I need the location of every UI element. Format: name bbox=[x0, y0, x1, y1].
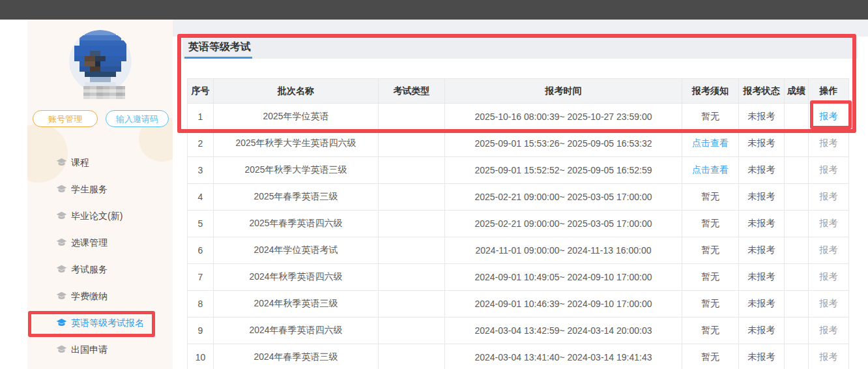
register-button: 报考 bbox=[809, 264, 849, 291]
register-button-text: 报考 bbox=[820, 244, 838, 255]
sidebar-item-0[interactable]: 课程 bbox=[27, 149, 173, 176]
register-button-text: 报考 bbox=[820, 164, 838, 175]
cell-index: 10 bbox=[188, 344, 214, 369]
cell-batch-name: 2024年学位英语考试 bbox=[214, 237, 379, 264]
cell-batch-name: 2025年秋季大学生英语四六级 bbox=[214, 130, 379, 157]
sidebar-item-2[interactable]: 毕业论文(新) bbox=[27, 203, 173, 229]
table-row: 12025年学位英语2025-10-16 08:00:39~ 2025-10-2… bbox=[188, 104, 849, 130]
cell-batch-name-text: 2024年秋季英语四六级 bbox=[249, 271, 342, 282]
graduation-cap-icon bbox=[56, 264, 67, 275]
table-row: 22025年秋季大学生英语四六级2025-09-01 15:53:26~ 202… bbox=[188, 130, 849, 157]
table-row: 102024年春季英语三级2024-03-04 13:41:40~ 2024-0… bbox=[188, 344, 849, 369]
cell-register-time: 2025-09-01 15:52:52~ 2025-09-05 16:52:59 bbox=[445, 157, 682, 184]
cell-register-time-text: 2024-03-04 13:41:40~ 2024-03-14 19:41:43 bbox=[474, 352, 652, 362]
cell-register-status-text: 未报考 bbox=[748, 271, 775, 282]
column-header: 批次名称 bbox=[214, 79, 379, 104]
cell-notice-text: 暂无 bbox=[701, 111, 719, 121]
register-button-text[interactable]: 报考 bbox=[820, 111, 838, 121]
register-button-text: 报考 bbox=[820, 138, 838, 148]
cell-register-status: 未报考 bbox=[739, 237, 785, 264]
cell-notice-text: 暂无 bbox=[701, 325, 719, 335]
cell-register-status: 未报考 bbox=[739, 344, 785, 369]
cell-notice: 暂无 bbox=[682, 104, 739, 130]
cell-notice-text: 暂无 bbox=[701, 271, 719, 282]
table-row: 42025年春季英语三级2025-02-21 09:00:00~ 2025-03… bbox=[188, 184, 849, 211]
cell-index-text: 7 bbox=[198, 272, 203, 282]
cell-exam-type bbox=[379, 157, 445, 184]
sidebar-item-label: 毕业论文(新) bbox=[71, 211, 123, 222]
cell-batch-name: 2024年春季英语三级 bbox=[214, 344, 379, 369]
table-row: 92024年春季英语四六级2024-03-04 13:42:59~ 2024-0… bbox=[188, 317, 849, 344]
register-button: 报考 bbox=[809, 237, 849, 264]
cell-batch-name-text: 2024年春季英语四六级 bbox=[249, 325, 342, 335]
cell-batch-name-text: 2025年春季英语三级 bbox=[253, 191, 338, 201]
sidebar-item-label: 选课管理 bbox=[71, 237, 108, 249]
register-button: 报考 bbox=[809, 317, 849, 344]
cell-notice-text: 暂无 bbox=[701, 351, 719, 362]
cell-register-time-text: 2025-09-01 15:52:52~ 2025-09-05 16:52:59 bbox=[474, 165, 652, 175]
cell-batch-name-text: 2025年秋季大学生英语四六级 bbox=[235, 138, 356, 148]
sidebar-item-4[interactable]: 考试服务 bbox=[27, 256, 173, 283]
cell-register-status-text: 未报考 bbox=[748, 325, 775, 335]
cell-notice-text: 暂无 bbox=[701, 298, 719, 308]
graduation-cap-icon bbox=[56, 211, 67, 222]
cell-register-time-text: 2024-09-01 10:49:05~ 2024-09-10 17:00:00 bbox=[474, 272, 652, 282]
cell-exam-type bbox=[379, 344, 445, 369]
sidebar-item-3[interactable]: 选课管理 bbox=[27, 229, 173, 256]
register-button-text: 报考 bbox=[820, 218, 838, 228]
sidebar-item-5[interactable]: 学费缴纳 bbox=[27, 283, 173, 310]
column-header: 报考状态 bbox=[739, 79, 785, 104]
graduation-cap-icon bbox=[56, 317, 67, 329]
sidebar-item-label: 英语等级考试报名 bbox=[71, 317, 144, 329]
cell-index: 3 bbox=[188, 157, 214, 184]
cell-index: 9 bbox=[188, 317, 214, 344]
register-button-text: 报考 bbox=[820, 271, 838, 282]
cell-notice: 暂无 bbox=[682, 291, 739, 317]
notice-link-text[interactable]: 点击查看 bbox=[692, 138, 729, 148]
column-header: 操作 bbox=[809, 79, 849, 104]
cell-score bbox=[785, 291, 809, 317]
cell-index: 7 bbox=[188, 264, 214, 291]
cell-index-text: 9 bbox=[198, 325, 203, 336]
cell-register-time: 2025-02-21 09:00:00~ 2025-03-05 17:00:00 bbox=[445, 184, 682, 211]
cell-notice: 暂无 bbox=[682, 184, 739, 211]
cell-score bbox=[785, 317, 809, 344]
table-row: 72024年秋季英语四六级2024-09-01 10:49:05~ 2024-0… bbox=[188, 264, 849, 291]
cell-batch-name-text: 2025年秋季大学英语三级 bbox=[244, 164, 347, 175]
sidebar-item-1[interactable]: 学生服务 bbox=[27, 176, 173, 203]
cell-index-text: 10 bbox=[195, 352, 206, 362]
cell-score bbox=[785, 104, 809, 130]
cell-register-status: 未报考 bbox=[739, 317, 785, 344]
cell-notice: 暂无 bbox=[682, 317, 739, 344]
cell-exam-type bbox=[379, 130, 445, 157]
cell-index: 2 bbox=[188, 130, 214, 157]
cell-register-status: 未报考 bbox=[739, 104, 785, 130]
column-header: 考试类型 bbox=[379, 79, 445, 104]
tab-english-level-exam[interactable]: 英语等级考试 bbox=[187, 37, 252, 59]
cell-batch-name: 2024年秋季英语四六级 bbox=[214, 264, 379, 291]
cell-batch-name-text: 2025年学位英语 bbox=[263, 111, 328, 121]
cell-register-status-text: 未报考 bbox=[748, 111, 775, 121]
table-header-row: 序号批次名称考试类型报考时间报考须知报考状态成绩操作 bbox=[188, 79, 849, 104]
cell-exam-type bbox=[379, 184, 445, 211]
account-manage-button[interactable]: 账号管理 bbox=[33, 110, 98, 127]
register-button-text: 报考 bbox=[820, 351, 838, 362]
cell-score bbox=[785, 157, 809, 184]
register-button-text: 报考 bbox=[820, 325, 838, 335]
sidebar-item-label: 课程 bbox=[71, 157, 89, 169]
cell-notice: 暂无 bbox=[682, 264, 739, 291]
cell-register-status: 未报考 bbox=[739, 184, 785, 211]
content-background-band bbox=[173, 20, 868, 37]
cell-index-text: 5 bbox=[198, 218, 203, 229]
cell-register-time: 2024-09-01 10:46:39~ 2024-09-10 17:00:00 bbox=[445, 291, 682, 317]
sidebar-item-label: 考试服务 bbox=[71, 264, 108, 276]
invite-code-button[interactable]: 输入邀请码 bbox=[106, 110, 169, 127]
notice-link: 点击查看 bbox=[682, 130, 739, 157]
cell-exam-type bbox=[379, 291, 445, 317]
graduation-cap-icon bbox=[56, 157, 67, 168]
sidebar-item-7[interactable]: 出国申请 bbox=[27, 336, 173, 363]
cell-notice: 暂无 bbox=[682, 344, 739, 369]
sidebar-item-6-active[interactable]: 英语等级考试报名 bbox=[27, 310, 173, 336]
notice-link-text[interactable]: 点击查看 bbox=[692, 164, 729, 175]
cell-register-status-text: 未报考 bbox=[748, 191, 775, 201]
